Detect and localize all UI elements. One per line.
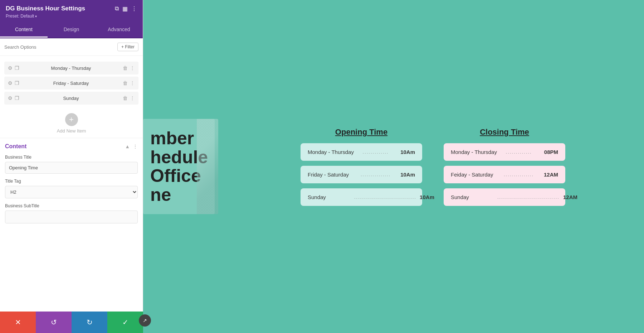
bottom-toolbar: ✕ ↺ ↻ ✓	[0, 312, 143, 333]
panel-title: DG Business Hour Settings	[6, 5, 85, 12]
table-row: ⚙ ❐ Monday - Thursday 🗑 ⋮	[4, 62, 138, 74]
opening-day-3: Sunday	[308, 194, 354, 200]
tab-advanced[interactable]: Advanced	[95, 22, 143, 38]
more-options-icon[interactable]: ⋮	[130, 65, 135, 71]
panel-header-icons: ⧉ ▦ ⋮	[115, 5, 137, 12]
opening-time-2: 10Am	[397, 172, 415, 178]
content-section: Content ▲ ⋮ Business Title Title Tag H2 …	[0, 138, 143, 333]
content-section-controls: ▲ ⋮	[125, 144, 138, 149]
copy-icon[interactable]: ❐	[15, 65, 19, 71]
delete-icon[interactable]: 🗑	[123, 65, 128, 71]
item-row-icons: ⚙ ❐	[8, 95, 19, 101]
panel-tabs: Content Design Advanced	[0, 22, 143, 38]
more-icon[interactable]: ⋮	[131, 5, 137, 12]
closing-dots-1: .............	[497, 149, 540, 155]
item-label: Friday - Saturday	[22, 81, 120, 86]
right-panel: mber hedule Office ne Opening Time Monda…	[143, 0, 644, 333]
business-subtitle-label: Business SubTitle	[5, 203, 138, 208]
item-label: Sunday	[22, 96, 120, 101]
title-tag-label: Title Tag	[5, 179, 138, 184]
closing-time-2: 12AM	[540, 172, 558, 178]
resize-icon[interactable]: ⧉	[115, 5, 119, 12]
layout-icon[interactable]: ▦	[122, 5, 128, 12]
opening-dots-1: .............	[354, 149, 397, 155]
business-title-label: Business Title	[5, 155, 138, 160]
add-new-item-button[interactable]: + Add New Item	[0, 107, 143, 138]
search-input[interactable]	[4, 44, 114, 50]
content-section-header: Content ▲ ⋮	[5, 143, 138, 150]
opening-time-block: Opening Time Monday - Thursday .........…	[301, 127, 422, 206]
undo-button[interactable]: ↺	[36, 312, 72, 333]
opening-dots-2: ...............	[354, 172, 397, 177]
table-row: ⚙ ❐ Sunday 🗑 ⋮	[4, 92, 138, 105]
closing-dots-3: ...............................	[497, 194, 560, 200]
redo-button[interactable]: ↻	[72, 312, 107, 333]
opening-dots-3: ...............................	[354, 194, 416, 200]
title-tag-select[interactable]: H2 H1 H3 H4	[5, 186, 138, 198]
table-row: ⚙ ❐ Friday - Saturday 🗑 ⋮	[4, 77, 138, 90]
closing-dots-2: ...............	[497, 172, 540, 177]
business-title-input[interactable]	[5, 162, 138, 174]
item-row-actions: 🗑 ⋮	[123, 80, 135, 86]
filter-button[interactable]: + Filter	[117, 43, 138, 51]
opening-day-2: Friday - Saturday	[308, 172, 354, 178]
closing-row-3: Sunday ............................... 1…	[444, 188, 565, 206]
item-label: Monday - Thursday	[22, 66, 120, 71]
opening-title: Opening Time	[335, 127, 387, 137]
opening-time-3: 10Am	[416, 194, 434, 200]
closing-day-3: Sunday	[451, 194, 497, 200]
cancel-button[interactable]: ✕	[0, 312, 36, 333]
save-button[interactable]: ✓	[107, 312, 143, 333]
closing-time-1: 08PM	[540, 149, 558, 155]
item-row-icons: ⚙ ❐	[8, 65, 19, 71]
settings-icon[interactable]: ⚙	[8, 95, 13, 101]
more-options-icon[interactable]: ⋮	[130, 80, 135, 86]
more-options-icon[interactable]: ⋮	[130, 95, 135, 101]
delete-icon[interactable]: 🗑	[123, 80, 128, 86]
item-row-actions: 🗑 ⋮	[123, 95, 135, 101]
closing-row-1: Monday - Thursday ............. 08PM	[444, 143, 565, 161]
settings-icon[interactable]: ⚙	[8, 65, 13, 71]
preset-label[interactable]: Preset: Default	[6, 14, 137, 19]
tab-design[interactable]: Design	[48, 22, 95, 38]
settings-icon[interactable]: ⚙	[8, 80, 13, 86]
opening-row-3: Sunday ............................... 1…	[301, 188, 422, 206]
closing-time-block: Closing Time Monday - Thursday .........…	[444, 127, 565, 206]
business-subtitle-input[interactable]	[5, 211, 138, 223]
closing-title: Closing Time	[480, 127, 529, 137]
tab-content[interactable]: Content	[0, 22, 48, 38]
closing-row-2: Feiday - Saturday ............... 12AM	[444, 166, 565, 183]
add-circle-icon: +	[65, 113, 78, 126]
item-row-actions: 🗑 ⋮	[123, 65, 135, 71]
opening-row-2: Friday - Saturday ............... 10Am	[301, 166, 422, 183]
content-section-title: Content	[5, 143, 26, 150]
closing-day-1: Monday - Thursday	[451, 149, 497, 155]
add-label: Add New Item	[57, 128, 86, 134]
opening-row-1: Monday - Thursday ............. 10Am	[301, 143, 422, 161]
section-more-icon[interactable]: ⋮	[133, 144, 138, 149]
item-row-icons: ⚙ ❐	[8, 80, 19, 86]
opening-day-1: Monday - Thursday	[308, 149, 354, 155]
closing-time-3: 12AM	[560, 194, 577, 200]
items-list: ⚙ ❐ Monday - Thursday 🗑 ⋮ ⚙ ❐ Friday - S…	[0, 56, 143, 107]
collapse-icon[interactable]: ▲	[125, 144, 130, 149]
float-settings-button[interactable]: ↗	[139, 314, 151, 327]
panel-search: + Filter	[0, 38, 143, 56]
opening-time-1: 10Am	[397, 149, 415, 155]
closing-day-2: Feiday - Saturday	[451, 172, 497, 178]
copy-icon[interactable]: ❐	[15, 80, 19, 86]
left-panel: DG Business Hour Settings ⧉ ▦ ⋮ Preset: …	[0, 0, 143, 333]
delete-icon[interactable]: 🗑	[123, 95, 128, 101]
panel-header: DG Business Hour Settings ⧉ ▦ ⋮ Preset: …	[0, 0, 143, 22]
copy-icon[interactable]: ❐	[15, 95, 19, 101]
